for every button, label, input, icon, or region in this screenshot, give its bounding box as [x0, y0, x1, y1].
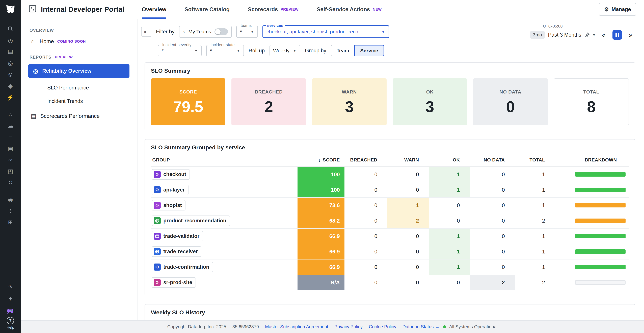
service-tag[interactable]: trade-receiver	[152, 246, 202, 257]
services-filter-dropdown[interactable]: services checkout, api-layer, shopist, p…	[262, 25, 389, 38]
observability-icon[interactable]: ⊚	[5, 71, 16, 79]
chevron-down-icon[interactable]: ▾	[593, 33, 595, 37]
gear-icon: ⚙	[154, 202, 161, 209]
breached-cell: 0	[344, 167, 388, 182]
col-header-warn[interactable]: WARN	[388, 157, 429, 163]
table-row: trade-validator66.900101	[151, 229, 629, 244]
ci-visibility-icon[interactable]: ↻	[5, 179, 16, 187]
sidebar-item-slo-performance[interactable]: SLO Performance	[47, 81, 138, 95]
service-tag[interactable]: trade-validator	[152, 231, 203, 241]
groupby-service-button[interactable]: Service	[354, 45, 384, 56]
score-cell: N/A	[298, 275, 344, 290]
error-tracking-icon[interactable]: ◉	[5, 195, 16, 203]
teams-filter-dropdown[interactable]: teams * ▼	[236, 26, 258, 38]
footer-link-privacy-policy[interactable]: Privacy Policy	[334, 324, 362, 329]
tools-icon[interactable]: ⊹	[5, 207, 16, 215]
watchdog-icon[interactable]: ◷	[5, 36, 16, 44]
overview-section-text: OVERVIEW	[30, 28, 54, 33]
my-teams-control[interactable]: › My Teams	[179, 26, 232, 38]
datadog-logo[interactable]	[4, 3, 17, 16]
time-range-label[interactable]: Past 3 Months	[548, 32, 581, 38]
software-delivery-icon[interactable]: ▣	[5, 144, 16, 152]
col-header-breakdown[interactable]: BREAKDOWN	[555, 157, 629, 163]
footer-link-datadog-status[interactable]: Datadog Status →	[402, 324, 440, 329]
my-teams-toggle[interactable]	[214, 28, 228, 35]
groupby-team-button[interactable]: Team	[331, 45, 354, 56]
avatar-invader-icon[interactable]	[5, 307, 16, 315]
tile-value: 2	[264, 99, 273, 115]
col-header-score[interactable]: ↓SCORE	[298, 157, 344, 163]
chevron-down-icon: ▼	[381, 29, 385, 34]
integrations-icon[interactable]: ∞	[5, 156, 16, 164]
app-grid-icon[interactable]: ⊞	[5, 218, 16, 226]
score-cell: 100	[298, 182, 344, 197]
plug-icon[interactable]: ∿	[5, 282, 16, 290]
breakdown-bar	[575, 188, 626, 192]
col-header-breached[interactable]: BREACHED	[344, 157, 388, 163]
sidebar-item-home[interactable]: ⌂ Home COMING SOON	[30, 38, 138, 45]
service-tag[interactable]: ⚙trade-confirmation	[152, 262, 213, 272]
incident-state-dropdown[interactable]: incident-state * ▼	[206, 45, 244, 56]
group-cell: trade-receiver	[151, 244, 298, 259]
tab-self-service-actions[interactable]: Self-Service ActionsNEW	[317, 0, 382, 19]
col-header-group[interactable]: GROUP	[151, 157, 298, 163]
service-tag[interactable]: ⚙sr-prod-site	[152, 277, 196, 288]
time-backward-button[interactable]: «	[599, 30, 608, 40]
rollup-label: Roll up	[248, 48, 265, 54]
service-tag[interactable]: ⚙checkout	[152, 169, 190, 180]
tile-label: SCORE	[180, 89, 197, 95]
pin-icon[interactable]	[585, 32, 590, 38]
ok-cell: 1	[429, 229, 470, 244]
service-name: shopist	[163, 202, 182, 208]
chevron-down-icon: ▼	[194, 49, 198, 53]
incident-severity-dropdown[interactable]: incident-severity * ▼	[158, 45, 202, 56]
col-header-total[interactable]: TOTAL	[515, 157, 555, 163]
tab-scorecards[interactable]: ScorecardsPREVIEW	[248, 0, 298, 19]
monitors-icon[interactable]: ◎	[5, 59, 16, 67]
collapse-sidebar-button[interactable]: ⇤	[141, 27, 151, 37]
total-cell: 1	[515, 244, 555, 259]
packages-icon[interactable]: ◰	[5, 167, 16, 175]
sidebar-item-reliability-overview[interactable]: ◎ Reliability Overview	[28, 64, 130, 78]
col-header-no-data[interactable]: NO DATA	[470, 157, 515, 163]
slo-grouped-table-card: SLO Summary Grouped by service GROUP↓SCO…	[144, 139, 635, 295]
sidebar-item-scorecards-performance[interactable]: ▤ Scorecards Performance	[30, 113, 138, 119]
sparkles-icon[interactable]: ✦	[5, 295, 16, 303]
score-cell: 100	[298, 167, 344, 182]
no-data-cell: 0	[470, 229, 515, 244]
service-catalog-icon[interactable]: ∴	[5, 110, 16, 118]
home-label: Home	[40, 38, 54, 45]
rail-group-top: ◷▤◎⊚◈⚡	[5, 25, 16, 101]
col-header-ok[interactable]: OK	[429, 157, 470, 163]
service-tag[interactable]: ⚙api-layer	[152, 185, 188, 195]
infrastructure-icon[interactable]: ◈	[5, 82, 16, 90]
group-cell: ⚙api-layer	[151, 182, 298, 197]
group-cell: ⚙sr-prod-site	[151, 275, 298, 290]
warn-cell: 0	[388, 167, 429, 182]
footer-link-cookie-policy[interactable]: Cookie Policy	[369, 324, 396, 329]
time-forward-button[interactable]: »	[626, 30, 635, 40]
logs-icon[interactable]: ≡	[5, 133, 16, 141]
rollup-select[interactable]: Weekly ▼	[270, 45, 300, 56]
manage-button[interactable]: ⚙ Manage	[599, 3, 636, 16]
help-button[interactable]: ? Help	[6, 317, 14, 330]
service-tag[interactable]: ⚙shopist	[152, 200, 186, 210]
footer-link-master-subscription-agreement[interactable]: Master Subscription Agreement	[265, 324, 328, 329]
cloud-icon[interactable]: ☁	[5, 122, 16, 130]
tab-overview[interactable]: Overview	[142, 0, 166, 19]
breached-cell: 0	[344, 259, 388, 275]
slo-summary-title: SLO Summary	[151, 68, 629, 74]
search-icon[interactable]	[5, 25, 16, 33]
sidebar-item-incident-trends[interactable]: Incident Trends	[47, 95, 138, 108]
apm-icon[interactable]: ⚡	[5, 93, 16, 101]
range-shortcut-badge[interactable]: 3mo	[530, 31, 544, 39]
service-name: trade-validator	[163, 233, 200, 239]
main-shell: Internal Developer Portal OverviewSoftwa…	[21, 0, 644, 333]
total-cell: 1	[515, 182, 555, 197]
gear-icon: ⚙	[154, 263, 161, 270]
incident-state-label: incident-state	[209, 43, 236, 47]
service-tag[interactable]: product-recommendation	[152, 215, 230, 226]
tab-software-catalog[interactable]: Software Catalog	[184, 0, 230, 19]
time-pause-button[interactable]	[612, 30, 622, 40]
metrics-icon[interactable]: ▤	[5, 48, 16, 56]
